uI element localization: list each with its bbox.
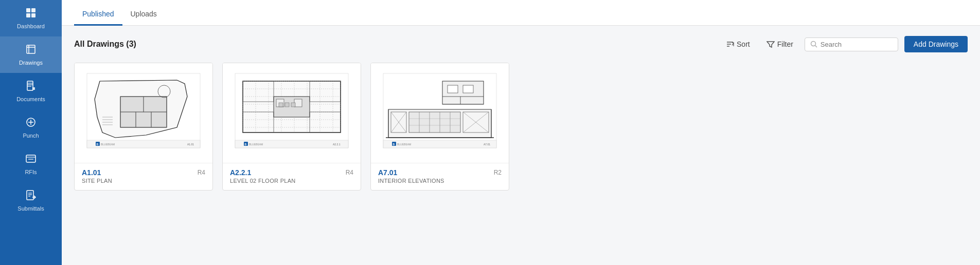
drawing-card-a101[interactable]: BLUEBEAM A1.01 B A1.01 R4 SITE PLAN — [74, 63, 213, 191]
sort-icon — [726, 40, 734, 48]
svg-text:BLUEBEAM: BLUEBEAM — [101, 143, 115, 146]
sidebar-item-submittals[interactable]: Submittals — [0, 182, 62, 219]
main-content: Published Uploads All Drawings (3) Sort — [62, 0, 980, 265]
drawing-card-a221[interactable]: B BLUEBEAM A2.2.1 A2.2.1 R4 LEVEL 02 FLO… — [222, 63, 361, 191]
drawings-grid: BLUEBEAM A1.01 B A1.01 R4 SITE PLAN — [74, 63, 968, 191]
sidebar-item-documents[interactable]: Documents — [0, 73, 62, 109]
svg-rect-3 — [31, 13, 35, 17]
drawing-number-a221: A2.2.1 — [230, 168, 251, 177]
svg-text:A1.01: A1.01 — [187, 143, 194, 146]
submittals-icon — [25, 190, 37, 203]
svg-point-25 — [811, 42, 815, 46]
svg-rect-79 — [448, 85, 458, 93]
drawing-card-a701[interactable]: B BLUEBEAM A7.01 A7.01 R2 INTERIOR ELEVA… — [370, 63, 509, 191]
svg-rect-4 — [27, 45, 35, 53]
tab-uploads[interactable]: Uploads — [122, 4, 165, 26]
sidebar-item-punch[interactable]: Punch — [0, 109, 62, 146]
punch-icon — [25, 117, 37, 130]
sort-button[interactable]: Sort — [721, 37, 755, 51]
drawing-revision-a221: R4 — [346, 169, 353, 176]
drawing-revision-a101: R4 — [198, 169, 205, 176]
filter-icon — [767, 40, 775, 48]
svg-rect-71 — [291, 103, 295, 107]
drawing-thumbnail-a101: BLUEBEAM A1.01 B — [75, 63, 212, 163]
svg-line-26 — [815, 46, 817, 48]
sidebar-item-rfis-label: RFIs — [25, 169, 37, 175]
sidebar-item-rfis[interactable]: RFIs — [0, 146, 62, 182]
drawing-name-a221: LEVEL 02 FLOOR PLAN — [230, 178, 353, 184]
toolbar: All Drawings (3) Sort Fi — [74, 36, 968, 52]
drawing-revision-a701: R2 — [494, 169, 502, 176]
dashboard-icon — [25, 7, 37, 21]
search-icon — [810, 41, 817, 48]
search-box — [805, 37, 898, 51]
drawing-number-a101: A1.01 — [82, 168, 101, 177]
filter-button[interactable]: Filter — [761, 37, 798, 51]
sidebar-item-punch-label: Punch — [23, 132, 39, 139]
svg-text:BLUEBEAM: BLUEBEAM — [397, 143, 411, 146]
drawing-info-a221: A2.2.1 R4 LEVEL 02 FLOOR PLAN — [223, 163, 361, 190]
svg-text:BLUEBEAM: BLUEBEAM — [249, 143, 263, 146]
sidebar-item-submittals-label: Submittals — [17, 205, 44, 212]
svg-text:B: B — [97, 142, 99, 145]
svg-rect-1 — [31, 8, 35, 12]
drawing-name-a101: SITE PLAN — [82, 178, 205, 184]
sidebar-item-documents-label: Documents — [16, 96, 45, 102]
svg-rect-70 — [285, 103, 289, 107]
svg-rect-0 — [26, 8, 30, 12]
svg-rect-80 — [463, 85, 473, 93]
svg-rect-90 — [409, 112, 460, 132]
drawings-icon — [25, 44, 37, 58]
search-input[interactable] — [821, 41, 893, 48]
drawing-thumbnail-a221: B BLUEBEAM A2.2.1 — [223, 63, 361, 163]
sidebar-item-dashboard-label: Dashboard — [17, 23, 45, 29]
svg-text:A2.2.1: A2.2.1 — [333, 143, 341, 146]
svg-text:A7.01: A7.01 — [484, 143, 490, 146]
documents-icon — [25, 80, 37, 94]
tab-published[interactable]: Published — [74, 4, 122, 26]
sidebar: Dashboard Drawings Documents — [0, 0, 62, 265]
drawing-name-a701: INTERIOR ELEVATIONS — [378, 178, 502, 184]
drawing-number-a701: A7.01 — [378, 168, 397, 177]
svg-rect-17 — [27, 191, 33, 200]
drawings-count-title: All Drawings (3) — [74, 40, 136, 49]
svg-text:B: B — [393, 142, 395, 145]
svg-rect-7 — [27, 81, 33, 90]
drawing-info-a101: A1.01 R4 SITE PLAN — [75, 163, 212, 190]
svg-rect-14 — [26, 155, 35, 162]
svg-rect-69 — [279, 103, 283, 107]
svg-rect-2 — [26, 13, 30, 17]
tabs-bar: Published Uploads — [62, 0, 980, 26]
sidebar-item-dashboard[interactable]: Dashboard — [0, 0, 62, 36]
add-drawings-button[interactable]: Add Drawings — [904, 36, 968, 52]
rfis-icon — [25, 153, 37, 167]
sidebar-item-drawings[interactable]: Drawings — [0, 36, 62, 73]
svg-text:B: B — [245, 142, 247, 145]
content-area: All Drawings (3) Sort Fi — [62, 26, 980, 265]
toolbar-actions: Sort Filter Add Drawings — [721, 36, 968, 52]
drawing-info-a701: A7.01 R2 INTERIOR ELEVATIONS — [371, 163, 509, 190]
sidebar-item-drawings-label: Drawings — [19, 60, 43, 66]
drawing-thumbnail-a701: B BLUEBEAM A7.01 — [371, 63, 509, 163]
